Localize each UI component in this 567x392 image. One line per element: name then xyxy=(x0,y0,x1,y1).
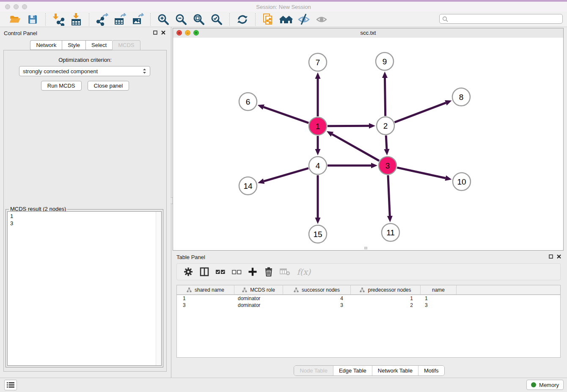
export-network-icon[interactable] xyxy=(95,13,109,26)
hide-selected-icon[interactable] xyxy=(297,13,311,26)
table-tab-node-table[interactable]: Node Table xyxy=(294,366,333,375)
delete-table-icon[interactable] xyxy=(278,265,291,278)
table-cell[interactable]: 1 xyxy=(351,295,421,301)
column-header-name[interactable]: name xyxy=(421,285,457,294)
table-cell[interactable]: dominator xyxy=(234,302,283,308)
table-cell[interactable]: 3 xyxy=(177,302,234,308)
result-scrollbar[interactable] xyxy=(156,212,161,365)
graph-node-label: 7 xyxy=(316,58,320,67)
export-image-icon[interactable] xyxy=(131,13,144,26)
mcds-tab-content: Optimization criterion: strongly connect… xyxy=(3,50,167,372)
column-header-successor-nodes[interactable]: successor nodes xyxy=(283,285,351,294)
memory-button[interactable]: Memory xyxy=(526,380,564,390)
control-tab-select[interactable]: Select xyxy=(85,40,112,50)
table-cell[interactable]: 3 xyxy=(421,302,457,308)
function-builder-icon[interactable]: f(x) xyxy=(295,265,313,278)
graph-edge-3-10[interactable] xyxy=(397,168,445,178)
mcds-result-group: MCDS result (2 nodes) 1 3 xyxy=(6,209,163,367)
column-header-MCDS-role[interactable]: MCDS role xyxy=(234,285,283,294)
graph-edge-3-1[interactable] xyxy=(332,134,379,161)
table-cell[interactable]: 1 xyxy=(177,295,234,301)
column-header-label: MCDS role xyxy=(250,287,275,293)
optimization-criterion-select[interactable]: strongly connected component xyxy=(19,66,150,76)
os-titlebar: Session: New Session xyxy=(0,0,567,12)
graph-edge-4-14[interactable] xyxy=(264,168,308,181)
column-hierarchy-icon xyxy=(294,287,299,293)
status-bar: Memory xyxy=(0,378,567,392)
select-all-checkboxes-icon[interactable] xyxy=(214,265,227,278)
graph-edge-1-6[interactable] xyxy=(264,107,309,123)
table-cell[interactable]: 4 xyxy=(283,295,351,301)
graph-node-label: 11 xyxy=(386,228,395,237)
graph-node-label: 10 xyxy=(457,177,466,186)
toolbar-separator xyxy=(45,13,46,26)
export-table-icon[interactable] xyxy=(113,13,127,26)
zoom-selected-icon[interactable] xyxy=(210,13,223,26)
first-neighbors-icon[interactable] xyxy=(279,13,293,26)
canvas-resize-handle[interactable] xyxy=(364,247,367,249)
control-tab-network[interactable]: Network xyxy=(30,40,62,50)
toolbar-separator xyxy=(89,13,89,26)
open-file-icon[interactable] xyxy=(8,13,22,26)
close-panel-icon[interactable] xyxy=(161,30,165,35)
table-tab-edge-table[interactable]: Edge Table xyxy=(333,366,372,375)
column-header-label: shared name xyxy=(195,287,224,293)
node-table-body: 1dominator4113dominator323 xyxy=(177,295,560,309)
table-tab-network-table[interactable]: Network Table xyxy=(372,366,418,375)
column-settings-gear-icon[interactable] xyxy=(182,265,195,278)
edge-arrowhead xyxy=(445,175,452,181)
graph-edge-2-9[interactable] xyxy=(385,78,385,116)
graph-edge-1-2[interactable] xyxy=(328,126,369,126)
table-panel: Table Panel xyxy=(171,252,567,378)
network-window-titlebar[interactable]: × − + scc.txt xyxy=(173,28,563,38)
show-all-icon[interactable] xyxy=(315,13,328,26)
control-tab-mcds[interactable]: MCDS xyxy=(112,40,140,50)
table-cell[interactable]: 3 xyxy=(283,302,351,308)
edge-arrowhead xyxy=(258,105,264,110)
table-cell[interactable]: 2 xyxy=(351,302,421,308)
column-header-shared-name[interactable]: shared name xyxy=(177,285,234,294)
run-mcds-button[interactable]: Run MCDS xyxy=(41,81,82,91)
add-row-icon[interactable] xyxy=(246,265,259,278)
network-graph[interactable]: 1234678910111415 xyxy=(173,38,563,250)
close-panel-button[interactable]: Close panel xyxy=(88,81,129,91)
graph-edge-2-8[interactable] xyxy=(395,103,446,122)
mcds-result-textarea[interactable]: 1 3 xyxy=(7,211,162,366)
zoom-fit-icon[interactable] xyxy=(192,13,206,26)
edge-arrowhead xyxy=(371,163,377,168)
graph-edge-3-11[interactable] xyxy=(388,175,390,216)
application-window: Session: New Session xyxy=(0,0,567,392)
column-header-predecessor-nodes[interactable]: predecessor nodes xyxy=(351,285,421,294)
zoom-in-icon[interactable] xyxy=(157,13,170,26)
edge-arrowhead xyxy=(315,218,321,224)
graph-edge-2-3[interactable] xyxy=(386,135,387,149)
network-canvas[interactable]: 1234678910111415 xyxy=(173,38,563,250)
edge-arrowhead xyxy=(258,179,264,184)
memory-status-icon xyxy=(531,382,536,387)
table-row[interactable]: 1dominator411 xyxy=(177,295,560,302)
zoom-out-icon[interactable] xyxy=(174,13,188,26)
float-panel-icon[interactable] xyxy=(153,30,157,35)
refresh-view-icon[interactable] xyxy=(236,13,249,26)
float-panel-icon[interactable] xyxy=(549,254,553,259)
fx-label: f(x) xyxy=(297,267,311,276)
table-tab-motifs[interactable]: Motifs xyxy=(418,366,444,375)
search-input[interactable] xyxy=(450,15,562,22)
new-network-from-selection-icon[interactable] xyxy=(261,13,275,26)
import-network-icon[interactable] xyxy=(52,13,65,26)
search-icon xyxy=(442,16,448,22)
table-cell[interactable]: dominator xyxy=(234,295,283,301)
control-tab-style[interactable]: Style xyxy=(62,40,85,50)
task-history-button[interactable] xyxy=(4,380,17,390)
toolbar-separator xyxy=(150,13,151,26)
control-panel-title: Control Panel xyxy=(4,30,37,36)
table-cell[interactable]: 1 xyxy=(421,295,457,301)
show-columns-icon[interactable] xyxy=(198,265,211,278)
save-session-icon[interactable] xyxy=(26,13,39,26)
table-row[interactable]: 3dominator323 xyxy=(177,302,560,309)
import-table-icon[interactable] xyxy=(69,13,83,26)
unselect-all-checkboxes-icon[interactable] xyxy=(230,265,243,278)
edge-arrowhead xyxy=(384,149,389,155)
delete-row-icon[interactable] xyxy=(262,265,275,278)
close-panel-icon[interactable] xyxy=(557,254,561,259)
